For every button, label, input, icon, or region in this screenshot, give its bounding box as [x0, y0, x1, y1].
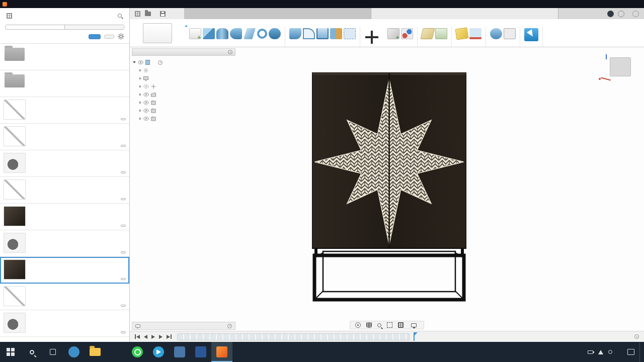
whatsapp-icon[interactable]: [127, 342, 148, 362]
shell-icon[interactable]: [316, 28, 329, 39]
new-tab-button[interactable]: [558, 8, 571, 19]
browser-root-item[interactable]: [133, 58, 235, 66]
new-component-icon[interactable]: [387, 28, 399, 39]
create-sketch-icon[interactable]: [189, 28, 201, 39]
box-icon[interactable]: [203, 28, 215, 39]
select-dropdown[interactable]: [524, 45, 538, 46]
assemble-dropdown[interactable]: [387, 45, 413, 46]
task-view-icon[interactable]: [42, 342, 63, 362]
visibility-eye-icon[interactable]: [138, 60, 143, 64]
section-analysis-icon[interactable]: [469, 28, 481, 39]
grid-settings-icon[interactable]: [398, 322, 404, 328]
activate-radio-icon[interactable]: [158, 60, 163, 65]
browser-app-icon[interactable]: [63, 342, 85, 362]
edge-icon[interactable]: [106, 342, 127, 362]
decal-icon[interactable]: [504, 28, 516, 39]
version-badge[interactable]: [121, 331, 126, 333]
orbit-icon[interactable]: [355, 322, 361, 328]
browser-item-component2[interactable]: [139, 99, 235, 107]
job-status-icon[interactable]: [607, 11, 614, 17]
select-tool-icon[interactable]: [524, 28, 538, 41]
help-icon[interactable]: [632, 11, 639, 17]
expanded-caret-icon[interactable]: [133, 61, 136, 63]
file-menu-icon[interactable]: [145, 12, 151, 16]
caret-icon[interactable]: [139, 85, 141, 88]
version-badge[interactable]: [121, 145, 126, 147]
taskbar-search-icon[interactable]: [21, 342, 42, 362]
list-item[interactable]: [0, 177, 129, 204]
revolve-icon[interactable]: [230, 28, 242, 39]
insert-mesh-icon[interactable]: [490, 28, 502, 39]
version-badge[interactable]: [121, 225, 126, 227]
app-grid-icon[interactable]: [7, 13, 12, 19]
list-item-folder[interactable]: [0, 70, 129, 97]
cabinet-model[interactable]: [312, 72, 466, 305]
tab-people[interactable]: [64, 25, 124, 29]
volume-icon[interactable]: [608, 350, 612, 354]
list-item-folder[interactable]: [0, 44, 129, 70]
list-item[interactable]: [0, 284, 129, 310]
start-button[interactable]: [0, 342, 21, 362]
list-item[interactable]: [0, 204, 129, 230]
caret-icon[interactable]: [139, 117, 141, 120]
new-folder-button[interactable]: [104, 35, 114, 39]
action-center-icon[interactable]: [627, 349, 634, 355]
browser-item-korpus[interactable]: [139, 107, 235, 115]
inspect-dropdown[interactable]: [456, 45, 481, 46]
coil-icon[interactable]: [257, 29, 267, 39]
visibility-eye-icon[interactable]: [143, 101, 149, 105]
browser-item-document-settings[interactable]: [139, 66, 235, 74]
version-badge[interactable]: [121, 251, 126, 253]
visibility-eye-icon[interactable]: [143, 109, 149, 113]
construct-dropdown[interactable]: [422, 45, 447, 46]
list-item[interactable]: [0, 150, 129, 177]
doc-tab-2-active[interactable]: [371, 8, 558, 19]
joint-icon[interactable]: [401, 28, 413, 39]
list-item[interactable]: [0, 230, 129, 257]
go-to-end-button[interactable]: [167, 334, 172, 339]
data-panel-toggle-icon[interactable]: [135, 11, 140, 17]
show-desktop-button[interactable]: [639, 342, 642, 362]
sweep-icon[interactable]: [244, 28, 256, 39]
version-badge[interactable]: [121, 278, 126, 280]
save-icon[interactable]: [160, 11, 166, 17]
fusion-360-taskbar-icon[interactable]: [211, 342, 232, 362]
version-badge[interactable]: [121, 198, 126, 200]
display-settings-icon[interactable]: [228, 50, 232, 54]
move-icon[interactable]: [364, 30, 379, 45]
visibility-eye-icon[interactable]: [143, 93, 149, 97]
view-cube[interactable]: [603, 49, 634, 79]
list-item[interactable]: [0, 310, 129, 337]
browser-item-named-views[interactable]: [139, 74, 235, 82]
browser-item-origin[interactable]: [139, 82, 235, 90]
model-canvas[interactable]: [130, 47, 644, 342]
version-badge[interactable]: [121, 171, 126, 173]
view-cube-face[interactable]: [610, 57, 631, 76]
step-back-button[interactable]: [144, 335, 147, 339]
timeline-marker[interactable]: [414, 332, 415, 341]
battery-icon[interactable]: [588, 350, 593, 354]
insert-dropdown[interactable]: [490, 45, 516, 46]
version-badge[interactable]: [121, 118, 126, 120]
caret-icon[interactable]: [139, 77, 141, 80]
workspace-selector[interactable]: [143, 23, 172, 43]
timeline-options-icon[interactable]: [634, 334, 639, 339]
telegram-icon[interactable]: [148, 342, 169, 362]
list-item[interactable]: [0, 97, 129, 124]
vk-icon[interactable]: [169, 342, 190, 362]
pan-icon[interactable]: [366, 322, 372, 328]
measure-icon[interactable]: [455, 27, 469, 40]
browser-header[interactable]: [132, 48, 235, 56]
press-pull-icon[interactable]: [289, 28, 301, 39]
visibility-eye-icon[interactable]: [143, 117, 149, 121]
offset-face-icon[interactable]: [344, 28, 356, 39]
go-to-start-button[interactable]: [135, 334, 140, 339]
pipe-icon[interactable]: [269, 28, 281, 39]
word-icon[interactable]: [190, 342, 211, 362]
settings-gear-icon[interactable]: [118, 33, 124, 40]
cylinder-icon[interactable]: [216, 28, 228, 39]
notification-badge[interactable]: [618, 11, 624, 17]
construction-axis-icon[interactable]: [435, 28, 447, 39]
caret-icon[interactable]: [139, 93, 141, 96]
caret-icon[interactable]: [139, 109, 141, 112]
